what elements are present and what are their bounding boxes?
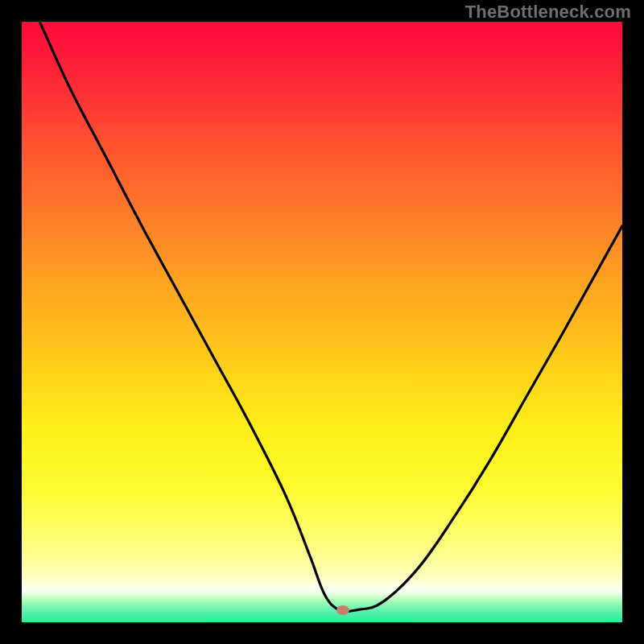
- plot-area: [22, 22, 622, 622]
- optimal-point-marker: [336, 605, 349, 615]
- watermark-text: TheBottleneck.com: [465, 2, 631, 23]
- svg-rect-0: [22, 22, 622, 622]
- chart-frame: TheBottleneck.com: [0, 0, 644, 644]
- background-gradient: [22, 22, 622, 622]
